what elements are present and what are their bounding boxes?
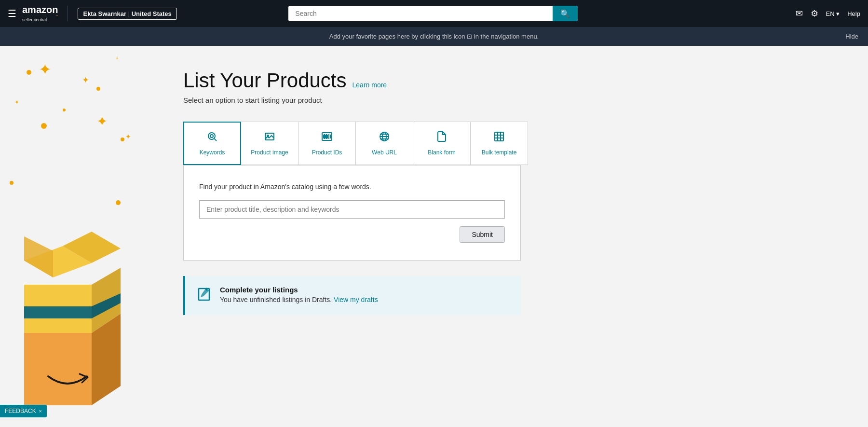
complete-listings-banner: Complete your listings You have unfinish… bbox=[183, 276, 521, 315]
bulk-template-icon bbox=[493, 131, 505, 145]
complete-listings-title: Complete your listings bbox=[220, 286, 378, 294]
tab-keywords[interactable]: Keywords bbox=[183, 122, 241, 165]
tab-blank-form-label: Blank form bbox=[428, 149, 455, 156]
right-content-area: List Your Products Learn more Select an … bbox=[154, 46, 868, 427]
amazon-box-illustration bbox=[10, 222, 135, 427]
feedback-label: FEEDBACK bbox=[5, 408, 36, 414]
language-selector[interactable]: EN ▾ bbox=[826, 10, 840, 17]
product-image-icon bbox=[264, 131, 275, 145]
amazon-logo: amazon ~ seller central bbox=[22, 5, 58, 22]
nav-right-actions: ✉ ⚙ EN ▾ Help bbox=[796, 8, 860, 19]
view-my-drafts-link[interactable]: View my drafts bbox=[334, 296, 378, 303]
page-title-row: List Your Products Learn more bbox=[183, 69, 839, 92]
banner-text: Add your favorite pages here by clicking… bbox=[329, 33, 539, 40]
tab-product-ids[interactable]: Product IDs bbox=[298, 122, 356, 165]
svg-point-11 bbox=[210, 135, 213, 138]
svg-point-9 bbox=[208, 133, 215, 139]
drafts-edit-icon bbox=[197, 287, 212, 305]
complete-listings-text: You have unfinished listings in Drafts. … bbox=[220, 296, 378, 303]
tab-keywords-label: Keywords bbox=[200, 149, 225, 156]
tab-product-image-label: Product image bbox=[251, 149, 288, 156]
tab-web-url[interactable]: Web URL bbox=[355, 122, 413, 165]
page-subtitle: Select an option to start listing your p… bbox=[183, 96, 839, 104]
svg-line-10 bbox=[215, 139, 217, 141]
page-title: List Your Products bbox=[183, 69, 347, 92]
settings-icon[interactable]: ⚙ bbox=[811, 8, 818, 19]
complete-listings-content: Complete your listings You have unfinish… bbox=[220, 286, 378, 303]
keyword-description: Find your product in Amazon's catalog us… bbox=[199, 183, 505, 191]
listing-method-tabs: Keywords Product image bbox=[183, 122, 839, 165]
search-bar: 🔍 bbox=[288, 6, 578, 21]
submit-row: Submit bbox=[199, 226, 505, 243]
svg-marker-0 bbox=[24, 333, 92, 405]
hide-banner-button[interactable]: Hide bbox=[845, 33, 858, 40]
tab-bulk-template-label: Bulk template bbox=[482, 149, 517, 156]
keyword-search-input[interactable] bbox=[199, 200, 505, 219]
top-navigation: ☰ amazon ~ seller central Ekta Swarnkar … bbox=[0, 0, 868, 27]
keyword-search-panel: Find your product in Amazon's catalog us… bbox=[183, 165, 521, 261]
email-icon[interactable]: ✉ bbox=[796, 8, 803, 19]
search-input[interactable] bbox=[288, 6, 553, 21]
close-feedback-button[interactable]: × bbox=[39, 409, 42, 414]
product-ids-icon bbox=[321, 131, 333, 145]
web-url-icon bbox=[379, 131, 390, 145]
blank-form-icon bbox=[436, 131, 448, 145]
learn-more-link[interactable]: Learn more bbox=[353, 81, 387, 89]
keywords-icon bbox=[206, 131, 218, 145]
search-button[interactable]: 🔍 bbox=[553, 6, 578, 21]
svg-marker-6 bbox=[24, 306, 92, 318]
svg-marker-8 bbox=[24, 236, 53, 277]
tab-blank-form[interactable]: Blank form bbox=[413, 122, 471, 165]
hamburger-menu[interactable]: ☰ bbox=[8, 8, 16, 19]
main-content: ✦ ✦ ✦ + ✦ ✦ bbox=[0, 46, 868, 427]
tab-bulk-template[interactable]: Bulk template bbox=[470, 122, 528, 165]
tab-web-url-label: Web URL bbox=[372, 149, 397, 156]
tab-product-ids-label: Product IDs bbox=[312, 149, 342, 156]
svg-rect-27 bbox=[495, 132, 503, 141]
nav-divider bbox=[68, 6, 68, 21]
tab-product-image[interactable]: Product image bbox=[241, 122, 298, 165]
seller-info[interactable]: Ekta Swarnkar | United States bbox=[78, 8, 176, 20]
submit-button[interactable]: Submit bbox=[460, 226, 505, 243]
favorites-banner: Add your favorite pages here by clicking… bbox=[0, 27, 868, 46]
left-illustration: ✦ ✦ ✦ + ✦ ✦ bbox=[0, 46, 154, 427]
help-link[interactable]: Help bbox=[847, 10, 860, 17]
feedback-button[interactable]: FEEDBACK × bbox=[0, 405, 47, 417]
